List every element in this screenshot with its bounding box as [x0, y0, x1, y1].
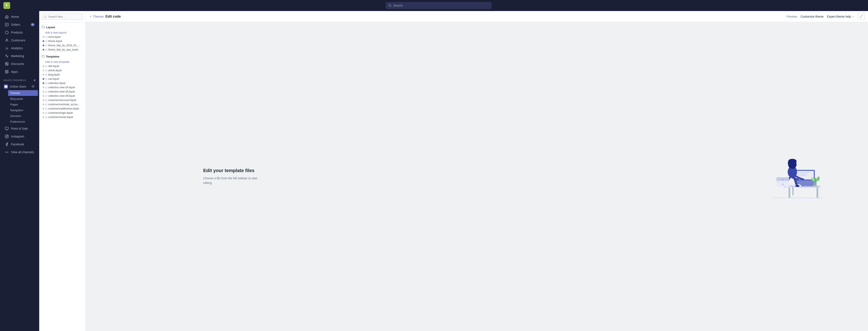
svg-point-10 [7, 64, 8, 65]
file-item-404[interactable]: (/) 404.liquid [39, 64, 86, 68]
sidebar-item-analytics[interactable]: Analytics [1, 44, 38, 52]
sidebar-item-navigation[interactable]: Navigation [8, 107, 38, 113]
add-layout-link[interactable]: Add a new layout [39, 30, 86, 35]
file-dot-active [42, 49, 44, 51]
file-search-area [39, 11, 86, 23]
svg-point-47 [795, 185, 800, 187]
customers-icon [5, 38, 9, 43]
sidebar-label-facebook: Facebook [11, 143, 24, 146]
file-dot-active [42, 40, 44, 42]
file-item-customers-login[interactable]: (/) customers/login.liquid [39, 111, 86, 115]
search-bar[interactable] [386, 2, 492, 9]
file-search-input[interactable] [42, 13, 83, 20]
svg-point-18 [33, 86, 33, 87]
eye-icon[interactable] [32, 85, 35, 88]
svg-point-24 [7, 135, 8, 136]
expert-help-dropdown[interactable]: Expert theme help [827, 15, 855, 18]
illustration-svg [761, 147, 829, 206]
file-item-none-liquid[interactable]: (/) none.liquid [39, 35, 86, 39]
file-dot [42, 91, 44, 92]
file-item-customers-account[interactable]: (/) customers/account.liquid [39, 98, 86, 102]
search-input[interactable] [393, 4, 489, 7]
search-icon [388, 4, 392, 7]
editor-placeholder: Edit your template files Choose a file f… [203, 168, 257, 186]
sidebar-label-instagram: Instagram [11, 135, 24, 138]
discounts-icon [5, 62, 9, 66]
file-item-theme-bkp-2[interactable]: (/) theme_bkp_by_aaa_loyalty_201 [39, 48, 86, 52]
sidebar-item-point-of-sale[interactable]: Point of Sale [1, 125, 38, 132]
sidebar-label-orders: Orders [11, 23, 20, 26]
shopify-logo [3, 2, 10, 9]
preview-button[interactable]: Preview [786, 15, 797, 18]
expand-button[interactable] [858, 13, 865, 20]
sidebar-item-view-all-channels[interactable]: View all channels [1, 148, 38, 156]
svg-line-11 [6, 63, 8, 65]
svg-rect-22 [5, 135, 8, 138]
editor-content: Edit your template files Choose a file f… [86, 22, 868, 331]
more-icon [5, 150, 9, 154]
sidebar-item-home[interactable]: Home [1, 13, 38, 21]
breadcrumb-back-link[interactable]: Themes [89, 15, 104, 18]
file-dot [42, 36, 44, 38]
svg-rect-49 [813, 186, 817, 187]
svg-line-28 [862, 15, 862, 16]
svg-rect-32 [816, 188, 818, 198]
sidebar-item-products[interactable]: Products [1, 29, 38, 36]
sidebar-label-customers: Customers [11, 38, 25, 42]
facebook-icon [5, 142, 9, 146]
file-dot [42, 108, 44, 109]
svg-line-29 [860, 17, 861, 18]
customize-theme-button[interactable]: Customize theme [800, 15, 824, 18]
file-item-collection-36[interactable]: (/) collection.view-36.liquid [39, 89, 86, 94]
sidebar-item-themes[interactable]: Themes [8, 90, 38, 96]
templates-section-title: Templates [46, 55, 59, 58]
file-item-article[interactable]: (/) article.liquid [39, 68, 86, 73]
sidebar-item-customers[interactable]: Customers [1, 36, 38, 44]
file-dot-active [42, 45, 44, 46]
file-item-cart[interactable]: (/) cart.liquid [39, 77, 86, 81]
orders-icon [5, 23, 9, 27]
placeholder-desc: Choose a file from the left sidebar to s… [203, 176, 257, 186]
placeholder-title: Edit your template files [203, 168, 257, 173]
sidebar-item-discounts[interactable]: Discounts [1, 60, 38, 68]
editor-area: Themes Edit code Preview Customize theme… [86, 11, 868, 331]
file-dot [42, 65, 44, 67]
sidebar-item-apps[interactable]: Apps [1, 68, 38, 76]
svg-rect-13 [5, 70, 6, 71]
file-dot-active [42, 78, 44, 80]
file-item-customers-activate[interactable]: (/) customers/activate_account.liq [39, 102, 86, 107]
svg-rect-2 [5, 23, 8, 26]
expand-icon [860, 15, 863, 18]
sidebar-label-apps: Apps [11, 70, 18, 74]
point-of-sale-icon [5, 127, 9, 131]
sidebar-item-preferences[interactable]: Preferences [8, 119, 38, 125]
sidebar-item-online-store[interactable]: Online Store [1, 83, 38, 90]
main-layout: Home Orders 9 Products Customers [0, 11, 868, 331]
file-item-collection-48[interactable]: (/) collection.view-48.liquid [39, 94, 86, 98]
file-item-collection-24[interactable]: (/) collection.view-24.liquid [39, 85, 86, 89]
file-item-customers-order[interactable]: (/) customers/order.liquid [39, 115, 86, 119]
sidebar-item-pages[interactable]: Pages [8, 102, 38, 107]
file-item-theme-bkp-1[interactable]: (/) theme_bkp_by_2019_03_25_13_ [39, 43, 86, 48]
svg-rect-19 [5, 127, 8, 130]
add-template-link[interactable]: Add a new template [39, 60, 86, 64]
file-item-theme-liquid[interactable]: (/) theme.liquid [39, 39, 86, 43]
sidebar-item-domains[interactable]: Domains [8, 113, 38, 119]
add-sales-channel-button[interactable]: + [33, 78, 36, 82]
breadcrumb: Themes Edit code [89, 15, 121, 19]
chevron-left-icon [89, 15, 92, 18]
file-item-collection[interactable]: (/) collection.liquid [39, 81, 86, 85]
svg-line-1 [391, 6, 391, 7]
sidebar-item-orders[interactable]: Orders 9 [1, 21, 38, 28]
sidebar-item-blog-posts[interactable]: Blog posts [8, 96, 38, 102]
file-item-blog[interactable]: (/) blog.liquid [39, 73, 86, 77]
svg-rect-15 [5, 72, 6, 73]
svg-point-57 [782, 184, 783, 185]
file-dot [42, 74, 44, 76]
svg-point-25 [5, 152, 6, 153]
sidebar-item-facebook[interactable]: Facebook [1, 140, 38, 148]
file-item-customers-addresses[interactable]: (/) customers/addresses.liquid [39, 107, 86, 111]
sidebar-item-marketing[interactable]: Marketing [1, 52, 38, 60]
sidebar-item-instagram[interactable]: Instagram [1, 133, 38, 140]
svg-point-23 [6, 136, 7, 137]
